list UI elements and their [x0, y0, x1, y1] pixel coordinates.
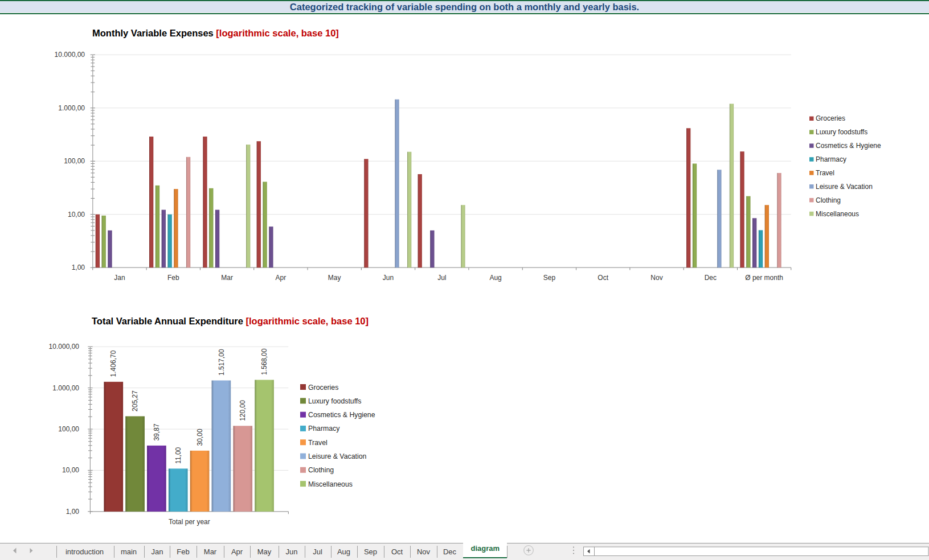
svg-text:Travel: Travel [816, 169, 834, 177]
svg-text:Leisure & Vacation: Leisure & Vacation [308, 452, 366, 460]
svg-text:Cosmetics & Hygiene: Cosmetics & Hygiene [816, 142, 881, 150]
svg-text:Monthly Variable Expenses [log: Monthly Variable Expenses [logarithmic s… [92, 28, 339, 38]
svg-text:Jul: Jul [437, 274, 446, 282]
svg-text:10,00: 10,00 [62, 466, 79, 474]
svg-text:Groceries: Groceries [308, 384, 338, 392]
svg-text:1.517,00: 1.517,00 [218, 349, 226, 376]
svg-text:205,27: 205,27 [131, 390, 139, 411]
svg-text:11,00: 11,00 [174, 447, 182, 463]
svg-text:Ø per month: Ø per month [745, 274, 783, 282]
svg-text:1.000,00: 1.000,00 [58, 104, 85, 112]
svg-text:Groceries: Groceries [816, 114, 845, 122]
svg-text:Clothing: Clothing [816, 196, 841, 204]
svg-text:Miscellaneous: Miscellaneous [816, 210, 859, 218]
svg-text:Apr: Apr [276, 274, 287, 282]
svg-text:Clothing: Clothing [308, 466, 334, 474]
svg-text:Total per year: Total per year [169, 518, 210, 526]
svg-text:10.000,00: 10.000,00 [55, 51, 85, 59]
svg-text:10,00: 10,00 [68, 211, 85, 219]
svg-text:Leisure & Vacation: Leisure & Vacation [816, 183, 873, 191]
svg-text:Jan: Jan [114, 274, 125, 282]
svg-text:120,00: 120,00 [239, 400, 247, 421]
svg-text:Cosmetics & Hygiene: Cosmetics & Hygiene [308, 411, 375, 419]
svg-text:1.000,00: 1.000,00 [52, 384, 79, 392]
svg-text:1.568,00: 1.568,00 [260, 348, 268, 375]
svg-text:1,00: 1,00 [72, 263, 85, 271]
svg-text:Dec: Dec [705, 274, 717, 282]
svg-text:100,00: 100,00 [64, 157, 85, 165]
svg-text:30,00: 30,00 [196, 429, 204, 446]
svg-text:Travel: Travel [308, 439, 328, 447]
svg-text:Total Variable Annual Expendit: Total Variable Annual Expenditure [logar… [92, 316, 369, 326]
svg-text:100,00: 100,00 [58, 425, 79, 433]
svg-text:39,87: 39,87 [153, 423, 161, 440]
svg-text:10.000,00: 10.000,00 [49, 343, 80, 351]
svg-text:Luxury foodstuffs: Luxury foodstuffs [816, 128, 867, 136]
svg-text:Pharmacy: Pharmacy [816, 155, 846, 163]
svg-text:Sep: Sep [543, 274, 556, 282]
svg-text:Feb: Feb [167, 274, 179, 282]
svg-text:May: May [328, 274, 341, 282]
svg-text:Luxury foodstuffs: Luxury foodstuffs [308, 397, 361, 405]
svg-text:1,00: 1,00 [66, 508, 80, 516]
svg-text:1.406,70: 1.406,70 [109, 350, 117, 377]
svg-text:Jun: Jun [383, 274, 394, 282]
svg-text:Mar: Mar [221, 274, 233, 282]
svg-text:Oct: Oct [597, 274, 608, 282]
svg-text:Nov: Nov [650, 274, 662, 282]
svg-text:Pharmacy: Pharmacy [308, 425, 340, 433]
svg-text:Miscellaneous: Miscellaneous [308, 480, 353, 488]
svg-text:Aug: Aug [489, 274, 501, 282]
